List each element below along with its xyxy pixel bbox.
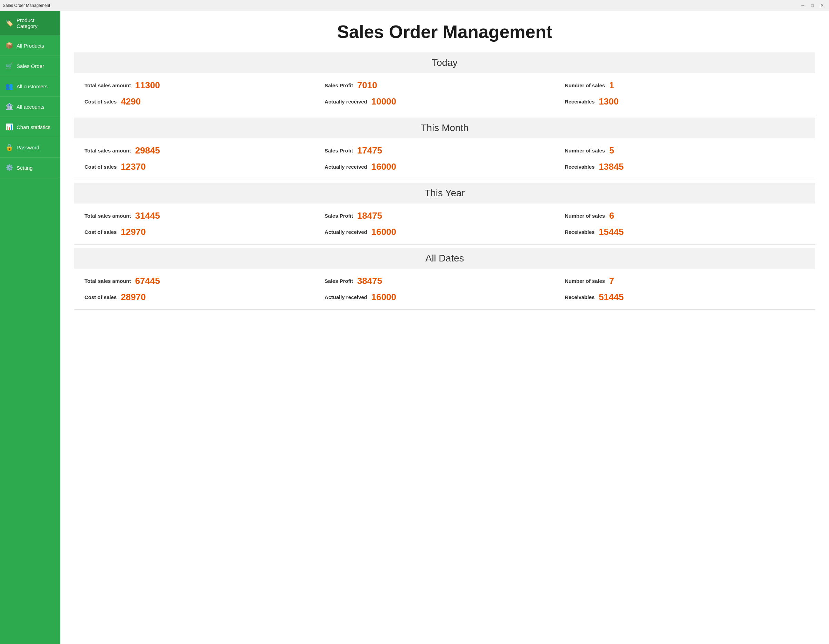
sidebar-item-all-products[interactable]: 📦All Products — [0, 36, 60, 56]
stat-label: Total sales amount — [85, 82, 131, 88]
sidebar-item-chart-statistics[interactable]: 📊Chart statistics — [0, 117, 60, 137]
title-bar: Sales Order Management ─ □ ✕ — [0, 0, 829, 11]
chart-statistics-icon: 📊 — [6, 123, 13, 131]
stat-label: Number of sales — [565, 278, 605, 284]
sidebar-label-setting: Setting — [17, 165, 33, 171]
sales-order-icon: 🛒 — [6, 62, 13, 69]
stat-item: Total sales amount67445 — [85, 276, 325, 286]
stat-value: 1300 — [599, 96, 619, 107]
stat-item: Receivables51445 — [565, 292, 805, 303]
close-button[interactable]: ✕ — [818, 2, 826, 9]
stat-label: Total sales amount — [85, 278, 131, 284]
stat-value: 29845 — [135, 145, 160, 156]
stat-label: Number of sales — [565, 148, 605, 153]
stat-item: Sales Profit7010 — [325, 80, 564, 91]
stat-label: Actually received — [325, 164, 367, 170]
stat-item: Total sales amount31445 — [85, 210, 325, 221]
stat-value: 10000 — [371, 96, 396, 107]
sidebar-item-all-accounts[interactable]: 🏦All accounts — [0, 96, 60, 117]
stat-label: Sales Profit — [325, 213, 353, 219]
stat-value: 11300 — [135, 80, 160, 91]
stat-value: 5 — [609, 145, 614, 156]
stat-label: Cost of sales — [85, 164, 117, 170]
section-header-all-dates: All Dates — [74, 248, 815, 269]
stat-value: 51445 — [599, 292, 624, 303]
section-this-month: This MonthTotal sales amount29845Sales P… — [74, 118, 815, 179]
stats-grid-today: Total sales amount11300Sales Profit7010N… — [74, 73, 815, 114]
section-this-year: This YearTotal sales amount31445Sales Pr… — [74, 183, 815, 245]
stat-label: Number of sales — [565, 213, 605, 219]
stats-grid-this-year: Total sales amount31445Sales Profit18475… — [74, 204, 815, 245]
stat-value: 18475 — [357, 210, 382, 221]
sidebar-label-password: Password — [17, 145, 39, 150]
stat-label: Sales Profit — [325, 82, 353, 88]
stat-value: 67445 — [135, 276, 160, 286]
stat-label: Sales Profit — [325, 278, 353, 284]
stat-label: Receivables — [565, 99, 595, 104]
stat-item: Number of sales5 — [565, 145, 805, 156]
stat-label: Total sales amount — [85, 213, 131, 219]
all-products-icon: 📦 — [6, 42, 13, 49]
setting-icon: ⚙️ — [6, 164, 13, 171]
page-title: Sales Order Management — [74, 21, 815, 42]
stat-label: Total sales amount — [85, 148, 131, 153]
window-controls: ─ □ ✕ — [799, 2, 826, 9]
stat-item: Actually received16000 — [325, 292, 564, 303]
sidebar-item-sales-order[interactable]: 🛒Sales Order — [0, 56, 60, 76]
stat-item: Number of sales7 — [565, 276, 805, 286]
stat-value: 17475 — [357, 145, 382, 156]
all-customers-icon: 👥 — [6, 82, 13, 90]
minimize-button[interactable]: ─ — [799, 2, 807, 9]
stat-item: Number of sales1 — [565, 80, 805, 91]
stat-label: Sales Profit — [325, 148, 353, 153]
stat-item: Total sales amount11300 — [85, 80, 325, 91]
stat-item: Sales Profit17475 — [325, 145, 564, 156]
stat-label: Actually received — [325, 99, 367, 104]
stat-label: Cost of sales — [85, 294, 117, 300]
sidebar-item-password[interactable]: 🔒Password — [0, 137, 60, 158]
stat-item: Sales Profit38475 — [325, 276, 564, 286]
stat-item: Actually received16000 — [325, 227, 564, 237]
product-category-icon: 🏷️ — [6, 19, 13, 27]
sidebar-label-all-customers: All customers — [17, 84, 47, 89]
stat-value: 4290 — [121, 96, 141, 107]
sidebar-item-product-category[interactable]: 🏷️Product Category — [0, 11, 60, 36]
sidebar-label-chart-statistics: Chart statistics — [17, 124, 50, 130]
main-content: Sales Order Management TodayTotal sales … — [60, 11, 829, 644]
stat-value: 28970 — [121, 292, 145, 303]
stat-item: Cost of sales4290 — [85, 96, 325, 107]
stat-item: Actually received10000 — [325, 96, 564, 107]
stat-value: 12970 — [121, 227, 145, 237]
stat-item: Cost of sales12970 — [85, 227, 325, 237]
stat-item: Receivables15445 — [565, 227, 805, 237]
maximize-button[interactable]: □ — [808, 2, 816, 9]
sidebar-label-all-accounts: All accounts — [17, 104, 44, 110]
app-title: Sales Order Management — [3, 3, 50, 8]
sidebar-label-sales-order: Sales Order — [17, 63, 44, 69]
stat-value: 38475 — [357, 276, 382, 286]
stat-value: 6 — [609, 210, 614, 221]
sidebar-item-all-customers[interactable]: 👥All customers — [0, 76, 60, 96]
stat-value: 16000 — [371, 292, 396, 303]
section-all-dates: All DatesTotal sales amount67445Sales Pr… — [74, 248, 815, 310]
stat-item: Number of sales6 — [565, 210, 805, 221]
stat-value: 15445 — [599, 227, 624, 237]
stat-label: Cost of sales — [85, 229, 117, 235]
app-layout: 🏷️Product Category📦All Products🛒Sales Or… — [0, 11, 829, 644]
all-accounts-icon: 🏦 — [6, 103, 13, 110]
stat-item: Cost of sales28970 — [85, 292, 325, 303]
stat-value: 12370 — [121, 161, 145, 172]
stat-value: 16000 — [371, 161, 396, 172]
stat-label: Actually received — [325, 294, 367, 300]
sidebar: 🏷️Product Category📦All Products🛒Sales Or… — [0, 11, 60, 644]
stats-grid-all-dates: Total sales amount67445Sales Profit38475… — [74, 269, 815, 310]
section-header-this-month: This Month — [74, 118, 815, 138]
stat-label: Actually received — [325, 229, 367, 235]
sidebar-item-setting[interactable]: ⚙️Setting — [0, 158, 60, 178]
stat-item: Receivables13845 — [565, 161, 805, 172]
section-header-today: Today — [74, 52, 815, 73]
stat-value: 16000 — [371, 227, 396, 237]
sidebar-label-product-category: Product Category — [17, 17, 55, 29]
stat-item: Total sales amount29845 — [85, 145, 325, 156]
stat-label: Receivables — [565, 164, 595, 170]
